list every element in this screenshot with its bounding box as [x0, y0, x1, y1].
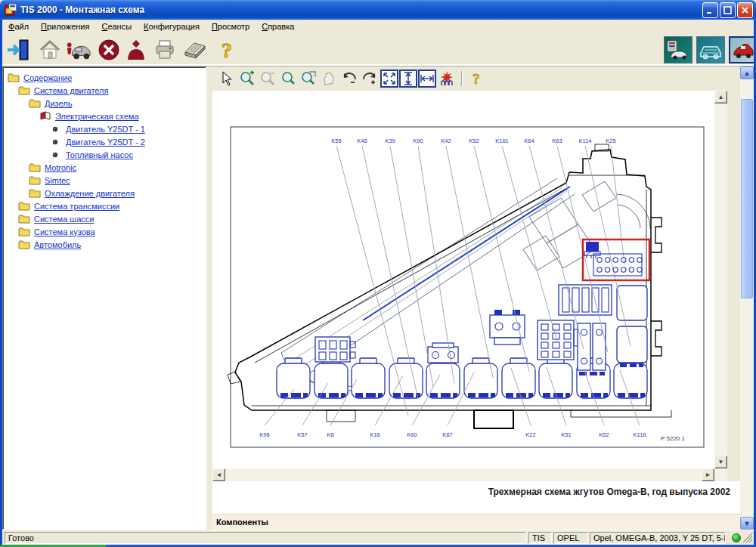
scroll-up-icon[interactable]: ▲ [740, 66, 754, 79]
resize-grip[interactable] [742, 532, 754, 544]
bullet-icon [50, 124, 62, 134]
menu-applications[interactable]: Приложения [35, 20, 95, 32]
tree-item-chassis-system[interactable]: Система шасси [3, 212, 206, 225]
connector-label: K52 [599, 431, 609, 438]
tree-item-vehicle[interactable]: Автомобиль [3, 238, 206, 251]
connector-label: K52 [469, 138, 479, 144]
drawing-reference: P 5220 1 [661, 435, 685, 442]
menu-view[interactable]: Просмотр [206, 20, 256, 32]
window-border-left [0, 20, 2, 545]
folder-icon [18, 227, 30, 237]
tree-item-fuel-pump[interactable]: Топливный насос [3, 148, 206, 161]
harness-diagram: K55 K48 K39 K90 K42 K52 K161 K64 K63 K11… [212, 91, 714, 468]
connector-label: K42 [441, 138, 451, 144]
tree-item-motronic[interactable]: Motronic [3, 161, 206, 174]
scroll-up-icon[interactable]: ▲ [714, 91, 727, 104]
connector-label: K39 [385, 138, 395, 144]
folder-icon [18, 201, 30, 212]
book-icon [39, 111, 51, 122]
tree-item-electrical-diagram[interactable]: Электрическая схема [3, 110, 206, 122]
tree-item-diesel[interactable]: Дизель [3, 97, 206, 110]
connector-label: K118 [634, 431, 646, 438]
scroll-down-icon[interactable]: ▼ [714, 456, 727, 468]
minimize-button[interactable] [702, 2, 718, 18]
status-vehicle: Opel, OMEGA-B, 2003, Y 25 DT, 5-MT [590, 532, 726, 544]
zoom-in-icon[interactable] [237, 69, 257, 88]
connector-label: K22 [525, 431, 535, 438]
select-tool-icon[interactable] [217, 69, 237, 88]
canvas-horizontal-scrollbar[interactable]: ◄ ► [212, 468, 727, 481]
fit-page-icon[interactable] [380, 70, 398, 88]
panel-vertical-scrollbar[interactable]: ▲ ▼ [740, 66, 754, 530]
menu-sessions[interactable]: Сеансы [95, 20, 138, 32]
diagram-canvas[interactable]: K55 K48 K39 K90 K42 K52 K161 K64 K63 K11… [212, 91, 714, 468]
connector-label: K55 [331, 138, 341, 144]
viewer-toolbar: ? [212, 66, 740, 91]
maximize-button[interactable] [720, 2, 736, 18]
scroll-right-icon[interactable]: ► [702, 468, 714, 481]
titlebar[interactable]: TIS 2000 - Монтажная схема [0, 0, 756, 20]
connector-label: K114 [579, 138, 592, 144]
folder-icon [18, 240, 30, 250]
pan-hand-icon[interactable] [319, 69, 339, 88]
connector-label: K96 [259, 431, 269, 438]
home-icon[interactable] [37, 37, 63, 63]
components-title: Компоненты [216, 518, 268, 527]
connector-label: K90 [413, 138, 423, 144]
viewer-help-icon[interactable]: ? [466, 69, 486, 88]
contents-tree: Содержание Система двигателя Дизель Элек… [2, 66, 206, 530]
status-brand: OPEL [553, 532, 588, 544]
connector-label: K16 [370, 431, 380, 438]
folder-icon [18, 85, 30, 96]
locate-component-icon[interactable] [437, 69, 457, 88]
tree-item-transmission-system[interactable]: Система трансмиссии [3, 199, 206, 212]
tree-item-engine-cooling[interactable]: Охлаждение двигателя [3, 187, 206, 199]
zoom-window-icon[interactable] [299, 69, 318, 88]
vehicle-view-2-button[interactable] [696, 36, 725, 63]
status-message: Готово [5, 532, 526, 544]
zoom-actual-icon[interactable] [278, 69, 298, 88]
zoom-out-icon[interactable] [258, 69, 277, 88]
rotate-right-icon[interactable] [360, 69, 380, 88]
customer-icon[interactable] [123, 37, 149, 63]
vehicle-view-3-button[interactable] [729, 36, 756, 63]
scrollbar-thumb[interactable] [741, 99, 753, 298]
viewer-panel: ? [212, 66, 740, 530]
tree-item-engine-y25dt-2[interactable]: Двигатель Y25DT - 2 [3, 135, 206, 148]
connector-label: K8 [327, 431, 333, 438]
stop-icon[interactable] [96, 37, 122, 63]
vehicle-view-1-button[interactable] [664, 36, 692, 63]
folder-icon [29, 98, 41, 109]
relay-row [277, 358, 647, 398]
menu-help[interactable]: Справка [256, 20, 300, 32]
folder-icon [29, 162, 41, 173]
main-toolbar: ? [2, 33, 754, 66]
scroll-left-icon[interactable]: ◄ [212, 468, 225, 481]
connector-label: K57 [297, 431, 307, 438]
components-section-header[interactable]: Компоненты [212, 514, 740, 530]
tree-item-contents[interactable]: Содержание [3, 71, 206, 84]
close-button[interactable] [737, 2, 753, 18]
folder-icon [29, 188, 41, 199]
fit-width-icon[interactable] [418, 70, 436, 88]
tis2000-window: TIS 2000 - Монтажная схема Файл Приложен… [0, 0, 756, 547]
tree-item-engine-system[interactable]: Система двигателя [3, 84, 206, 97]
rotate-left-icon[interactable] [339, 69, 359, 88]
tree-item-engine-y25dt-1[interactable]: Двигатель Y25DT - 1 [3, 122, 206, 135]
vehicle-service-icon[interactable] [66, 37, 91, 63]
scroll-down-icon[interactable]: ▼ [740, 517, 754, 530]
menu-configuration[interactable]: Конфигурация [138, 20, 206, 32]
print-icon[interactable] [152, 37, 178, 63]
menu-file[interactable]: Файл [2, 20, 35, 32]
tree-item-simtec[interactable]: Simtec [3, 174, 206, 187]
fit-height-icon[interactable] [399, 70, 417, 88]
help-icon[interactable]: ? [214, 37, 240, 63]
tree-item-body-system[interactable]: Система кузова [3, 225, 206, 238]
canvas-vertical-scrollbar[interactable]: ▲ ▼ [714, 91, 727, 468]
catalog-icon[interactable] [182, 37, 208, 63]
exit-icon[interactable] [5, 37, 31, 63]
folder-icon [18, 214, 30, 224]
connector-label: K25 [606, 138, 615, 144]
svg-text:?: ? [222, 39, 232, 61]
selected-component-highlight[interactable] [583, 240, 649, 280]
